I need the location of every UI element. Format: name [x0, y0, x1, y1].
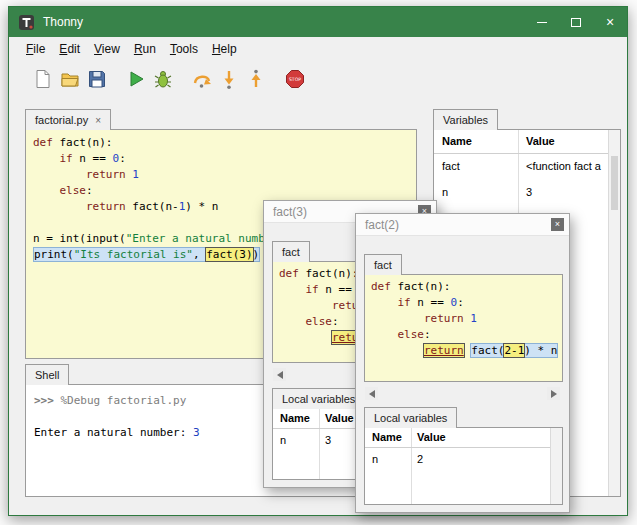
- open-file-button[interactable]: [56, 66, 83, 93]
- minimize-button[interactable]: [525, 7, 559, 37]
- menu-run-accelerator: R: [134, 42, 143, 56]
- frame2-title: fact(2): [365, 218, 399, 232]
- column-header-value: Value: [526, 135, 555, 147]
- svg-text:STOP: STOP: [288, 77, 300, 82]
- run-script-button[interactable]: [122, 66, 149, 93]
- menu-edit[interactable]: Edit: [52, 39, 87, 59]
- variable-row-n[interactable]: n 3: [434, 180, 620, 206]
- minimize-icon: [537, 22, 547, 23]
- stop-button[interactable]: STOP: [281, 66, 308, 93]
- maximize-button[interactable]: [559, 7, 593, 37]
- column-header-value: Value: [417, 431, 446, 443]
- variable-value: 3: [325, 434, 331, 446]
- frame3-tab-label: fact: [282, 246, 300, 258]
- menu-run-label: un: [143, 42, 156, 56]
- frame3-tab-local-variables[interactable]: Local variables: [272, 388, 365, 409]
- frame2-scroll-right-button[interactable]: [547, 387, 560, 400]
- menu-view[interactable]: View: [87, 39, 127, 59]
- menu-edit-label: dit: [67, 42, 80, 56]
- column-header-name: Name: [442, 135, 472, 147]
- frame2-scroll-left-button[interactable]: [365, 387, 378, 400]
- variable-row-fact[interactable]: fact <function fact a: [434, 154, 620, 180]
- frame3-tab-fact[interactable]: fact: [272, 241, 310, 262]
- menu-run[interactable]: Run: [127, 39, 163, 59]
- variables-scrollbar[interactable]: [608, 130, 620, 496]
- variable-value: 2: [417, 453, 423, 465]
- frame3-title: fact(3): [273, 205, 307, 219]
- frame2-locals-scrollbar[interactable]: [550, 428, 562, 504]
- debug-script-button[interactable]: [149, 66, 176, 93]
- shell-input-echo: 3: [193, 426, 200, 439]
- shell-prompt: >>>: [34, 394, 61, 407]
- window-title: Thonny: [43, 15, 83, 29]
- menu-help[interactable]: Help: [205, 39, 244, 59]
- variables-tab-label: Variables: [443, 114, 488, 126]
- menu-help-accelerator: H: [212, 42, 221, 56]
- frame2-titlebar[interactable]: fact(2): [356, 214, 569, 236]
- close-icon: ×: [606, 15, 614, 29]
- menu-view-label: iew: [102, 42, 120, 56]
- variable-name: n: [372, 453, 378, 465]
- locals-table-header: Name Value: [365, 428, 562, 448]
- stop-sign-icon: STOP: [284, 68, 306, 90]
- frame2-locals-table: Name Value n 2: [364, 427, 563, 505]
- local-variable-row-n[interactable]: n 2: [365, 448, 562, 472]
- editor-tab-close-icon[interactable]: ×: [95, 115, 101, 126]
- window-controls: ×: [525, 7, 627, 37]
- shell-output: Enter a natural number:: [34, 426, 193, 439]
- new-file-button[interactable]: [29, 66, 56, 93]
- step-into-button[interactable]: [215, 66, 242, 93]
- new-file-icon: [32, 68, 54, 90]
- scroll-left-icon: [277, 371, 283, 379]
- thonny-logo-icon: [18, 14, 35, 31]
- tab-variables[interactable]: Variables: [433, 109, 498, 130]
- menu-tools[interactable]: Tools: [163, 39, 205, 59]
- frame2-tab-label: fact: [374, 259, 392, 271]
- step-over-icon: [191, 68, 213, 90]
- step-into-icon: [218, 68, 240, 90]
- step-out-icon: [245, 68, 267, 90]
- run-play-icon: [125, 68, 147, 90]
- close-button[interactable]: ×: [593, 7, 627, 37]
- step-out-button[interactable]: [242, 66, 269, 93]
- frame2-close-button[interactable]: ×: [551, 218, 564, 231]
- tab-shell[interactable]: Shell: [25, 364, 69, 385]
- step-over-button[interactable]: [188, 66, 215, 93]
- menu-help-label: elp: [221, 42, 237, 56]
- column-header-name: Name: [372, 431, 402, 443]
- column-header-name: Name: [280, 412, 310, 424]
- debug-bug-icon: [152, 68, 174, 90]
- menu-tools-label: ools: [176, 42, 198, 56]
- save-floppy-icon: [86, 68, 108, 90]
- menubar: File Edit View Run Tools Help: [9, 37, 627, 61]
- frame2-locals-label: Local variables: [374, 412, 447, 424]
- titlebar[interactable]: Thonny ×: [9, 7, 627, 37]
- scroll-left-icon: [369, 390, 375, 398]
- toolbar: STOP: [9, 61, 627, 97]
- tab-factorial-py[interactable]: factorial.py ×: [25, 109, 111, 130]
- variables-table-header: Name Value: [434, 130, 620, 154]
- close-icon: ×: [555, 219, 560, 229]
- shell-tab-label: Shell: [35, 369, 59, 381]
- stack-frame-window-fact2: fact(2) × fact def fact(n): if n == 0: r…: [355, 213, 570, 513]
- shell-command: %Debug factorial.py: [61, 394, 187, 407]
- maximize-icon: [571, 18, 581, 27]
- menu-file-label: ile: [33, 42, 45, 56]
- scrollbar-thumb[interactable]: [611, 156, 618, 210]
- frame3-locals-label: Local variables: [282, 393, 355, 405]
- column-header-value: Value: [325, 412, 354, 424]
- frame2-code: def fact(n): if n == 0: return 1 else: r…: [365, 275, 562, 359]
- frame2-tab-fact[interactable]: fact: [364, 254, 402, 275]
- frame2-tab-local-variables[interactable]: Local variables: [364, 407, 457, 428]
- open-folder-icon: [59, 68, 81, 90]
- editor-tab-label: factorial.py: [35, 114, 88, 126]
- variable-value: <function fact a: [526, 160, 601, 172]
- save-file-button[interactable]: [83, 66, 110, 93]
- menu-file[interactable]: File: [19, 39, 52, 59]
- frame3-scroll-left-button[interactable]: [273, 368, 286, 381]
- scroll-right-icon: [551, 390, 557, 398]
- frame2-code-view: def fact(n): if n == 0: return 1 else: r…: [364, 274, 563, 382]
- variable-name: n: [280, 434, 286, 446]
- variable-name: fact: [442, 160, 460, 172]
- variable-value: 3: [526, 186, 532, 198]
